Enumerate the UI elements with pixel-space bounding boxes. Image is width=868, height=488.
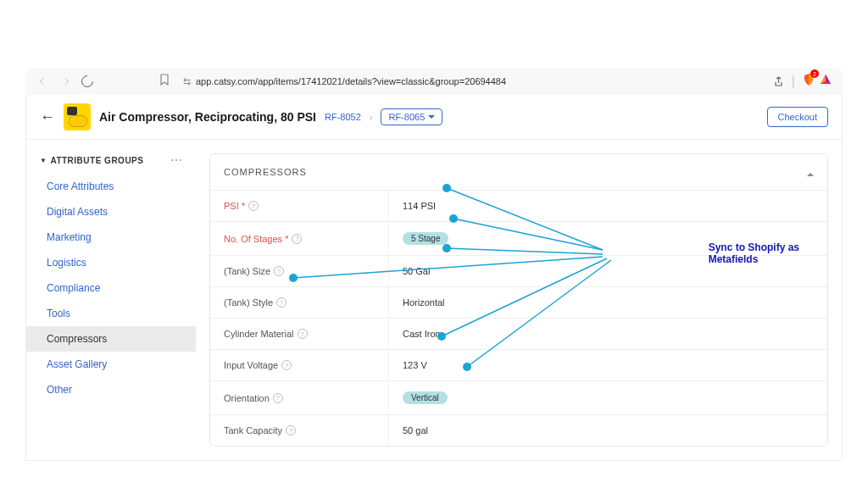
attribute-label: (Tank) Style? (210, 287, 388, 318)
attribute-label: PSI *? (210, 191, 388, 221)
attribute-value[interactable]: 114 PSI (388, 191, 827, 221)
share-icon[interactable] (773, 75, 785, 87)
browser-toolbar: ⇆ app.catsy.com/app/items/17412021/detai… (25, 68, 843, 95)
app-body: ▼ ATTRIBUTE GROUPS ⋯ Core Attributes Dig… (26, 140, 842, 460)
annotation-label: Sync to Shopify as Metafields (709, 241, 799, 265)
shield-count: 2 (810, 69, 819, 78)
attribute-row: Orientation?Vertical (210, 380, 827, 414)
panel-title: COMPRESSORS (224, 167, 307, 177)
attributes-panel: COMPRESSORS PSI *?114 PSINo. Of Stages *… (209, 153, 828, 446)
attribute-row: Input Voltage?123 V (210, 349, 827, 380)
value-pill: 5 Stage (403, 232, 448, 245)
sidebar-item-logistics[interactable]: Logistics (26, 250, 196, 275)
back-arrow-icon[interactable]: ← (40, 108, 55, 126)
nav-back-icon[interactable] (36, 74, 51, 89)
app-frame: ← Air Compressor, Reciprocating, 80 PSI … (25, 95, 843, 461)
help-icon[interactable]: ? (281, 360, 292, 370)
checkout-button[interactable]: Checkout (767, 107, 828, 127)
help-icon[interactable]: ? (248, 201, 259, 211)
sidebar-item-digital-assets[interactable]: Digital Assets (26, 199, 196, 225)
attribute-value[interactable]: 123 V (388, 350, 827, 380)
nav-forward-icon[interactable] (58, 74, 73, 89)
help-icon[interactable]: ? (286, 425, 296, 435)
page-header: ← Air Compressor, Reciprocating, 80 PSI … (26, 95, 842, 140)
product-thumbnail (64, 103, 91, 130)
sidebar-more-icon[interactable]: ⋯ (170, 153, 182, 167)
brave-rewards-icon[interactable] (819, 73, 832, 90)
attribute-label: No. Of Stages *? (210, 222, 388, 255)
attribute-label: Cylinder Material? (210, 319, 388, 349)
site-settings-icon[interactable]: ⇆ (183, 76, 191, 87)
chevron-down-icon (428, 115, 435, 119)
breadcrumb-current-dropdown[interactable]: RF-8065 (381, 108, 442, 125)
main-content: COMPRESSORS PSI *?114 PSINo. Of Stages *… (196, 140, 842, 460)
attribute-label: Orientation? (210, 381, 388, 414)
sidebar-item-compressors[interactable]: Compressors (26, 326, 196, 352)
sidebar-item-compliance[interactable]: Compliance (26, 275, 196, 301)
help-icon[interactable]: ? (292, 234, 302, 244)
product-title: Air Compressor, Reciprocating, 80 PSI (99, 110, 316, 124)
value-pill: Vertical (403, 391, 448, 404)
attribute-row: (Tank) Style?Horizontal (210, 286, 827, 318)
brave-shield-icon[interactable]: 2 (802, 73, 815, 90)
sidebar-item-core-attributes[interactable]: Core Attributes (26, 174, 196, 199)
extension-badges: 2 (802, 73, 832, 90)
breadcrumb-separator: › (370, 112, 373, 122)
attribute-label: Input Voltage? (210, 350, 388, 380)
attribute-value[interactable]: 50 gal (388, 415, 827, 446)
attribute-label: Tank Capacity? (210, 415, 388, 446)
attribute-value[interactable]: Vertical (388, 381, 827, 414)
reload-icon[interactable] (80, 74, 95, 89)
caret-down-icon: ▼ (40, 157, 47, 164)
help-icon[interactable]: ? (298, 329, 308, 339)
sidebar-item-marketing[interactable]: Marketing (26, 225, 196, 250)
sidebar-item-tools[interactable]: Tools (26, 301, 196, 326)
url-bar[interactable]: ⇆ app.catsy.com/app/items/17412021/detai… (176, 76, 766, 87)
sidebar-item-asset-gallery[interactable]: Asset Gallery (26, 352, 196, 377)
attribute-value[interactable]: Cast Iron (388, 319, 827, 349)
bookmark-icon[interactable] (159, 74, 170, 89)
collapse-icon[interactable] (807, 164, 814, 180)
help-icon[interactable]: ? (273, 393, 283, 403)
sidebar: ▼ ATTRIBUTE GROUPS ⋯ Core Attributes Dig… (26, 140, 196, 460)
url-text: app.catsy.com/app/items/17412021/details… (196, 76, 506, 86)
breadcrumb-parent[interactable]: RF-8052 (325, 112, 361, 122)
help-icon[interactable]: ? (274, 266, 284, 276)
attribute-label: (Tank) Size? (210, 256, 388, 286)
attribute-row: Tank Capacity?50 gal (210, 414, 827, 446)
help-icon[interactable]: ? (276, 297, 287, 308)
attribute-row: PSI *?114 PSI (210, 190, 827, 221)
attribute-value[interactable]: Horizontal (388, 287, 827, 318)
sidebar-item-other[interactable]: Other (26, 377, 196, 402)
attribute-row: Cylinder Material?Cast Iron (210, 318, 827, 349)
sidebar-title[interactable]: ▼ ATTRIBUTE GROUPS (40, 156, 143, 165)
